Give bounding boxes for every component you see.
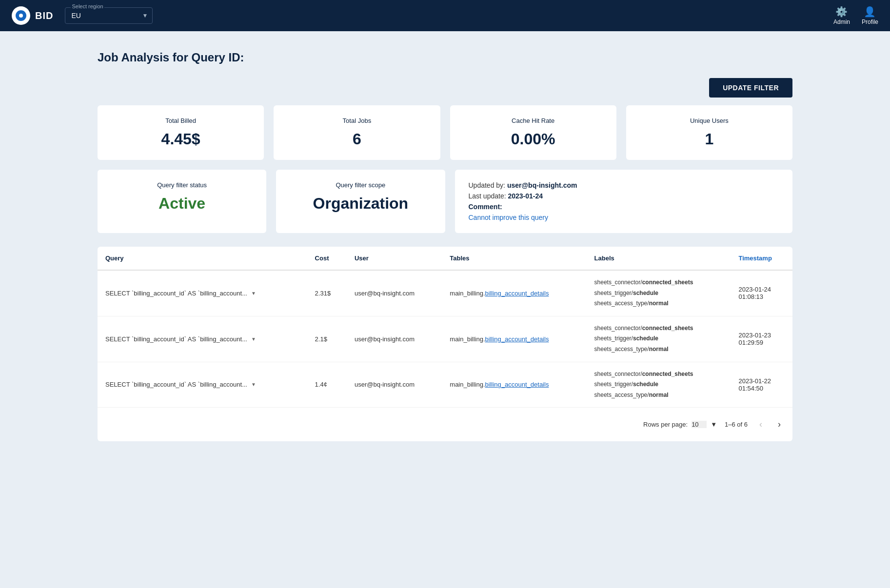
- rows-per-page-label: Rows per page:: [643, 421, 688, 428]
- col-header-cost: Cost: [307, 247, 347, 270]
- comment-value-line: Cannot improve this query: [469, 214, 779, 221]
- navbar: BID Select region EU US APAC ▼ ⚙️ Admin …: [0, 0, 890, 31]
- update-filter-button[interactable]: UPDATE FILTER: [709, 78, 792, 98]
- table-link[interactable]: billing_account_details: [485, 381, 549, 388]
- expand-icon[interactable]: ▼: [251, 382, 256, 387]
- query-table: Query Cost User Tables Labels Timestamp …: [98, 247, 792, 408]
- updated-by-value: user@bq-insight.com: [507, 181, 577, 189]
- page-title: Job Analysis for Query ID:: [98, 51, 792, 64]
- tables-cell: main_billing.billing_account_details: [442, 316, 586, 362]
- stat-label-unique-users: Unique Users: [638, 117, 781, 124]
- table-header: Query Cost User Tables Labels Timestamp: [98, 247, 792, 270]
- table-row: SELECT `billing_account_id` AS `billing_…: [98, 362, 792, 408]
- tables-cell: main_billing.billing_account_details: [442, 362, 586, 408]
- labels-cell: sheets_connector/connected_sheets sheets…: [587, 316, 731, 362]
- pagination-prev-button[interactable]: ‹: [755, 417, 766, 431]
- update-info-card: Updated by: user@bq-insight.com Last upd…: [455, 170, 793, 233]
- table-link[interactable]: billing_account_details: [485, 335, 549, 343]
- filter-status-label: Query filter status: [109, 181, 255, 189]
- query-cell: SELECT `billing_account_id` AS `billing_…: [98, 316, 307, 362]
- navbar-left: BID Select region EU US APAC ▼: [12, 6, 153, 25]
- updated-by-line: Updated by: user@bq-insight.com: [469, 181, 779, 189]
- logo-dot: [19, 14, 23, 18]
- query-text: SELECT `billing_account_id` AS `billing_…: [105, 290, 247, 297]
- rows-per-page-control: Rows per page: 10 25 50 ▼: [643, 421, 717, 428]
- filter-scope-value: Organization: [288, 195, 433, 213]
- pagination-next-button[interactable]: ›: [774, 417, 785, 431]
- table-row: SELECT `billing_account_id` AS `billing_…: [98, 316, 792, 362]
- logo-text: BID: [35, 10, 53, 21]
- filter-scope-card: Query filter scope Organization: [276, 170, 445, 233]
- stat-label-total-jobs: Total Jobs: [285, 117, 428, 124]
- profile-icon: 👤: [864, 6, 876, 18]
- query-text: SELECT `billing_account_id` AS `billing_…: [105, 335, 247, 343]
- table-prefix: main_billing.: [450, 335, 485, 343]
- stat-label-total-billed: Total Billed: [109, 117, 252, 124]
- col-header-tables: Tables: [442, 247, 586, 270]
- table-prefix: main_billing.: [450, 290, 485, 297]
- last-update-line: Last update: 2023-01-24: [469, 192, 779, 200]
- admin-label: Admin: [833, 19, 850, 25]
- rows-per-page-select[interactable]: 10 25 50: [692, 421, 707, 428]
- cost-cell: 2.1$: [307, 316, 347, 362]
- chevron-down-icon: ▼: [711, 421, 717, 428]
- cost-cell: 1.4¢: [307, 362, 347, 408]
- admin-nav-item[interactable]: ⚙️ Admin: [833, 6, 850, 25]
- comment-value: Cannot improve this query: [469, 214, 548, 221]
- tables-cell: main_billing.billing_account_details: [442, 270, 586, 316]
- user-cell: user@bq-insight.com: [347, 316, 442, 362]
- updated-by-label: Updated by:: [469, 181, 507, 189]
- main-content: Job Analysis for Query ID: UPDATE FILTER…: [0, 31, 890, 461]
- pagination: Rows per page: 10 25 50 ▼ 1–6 of 6 ‹ ›: [98, 408, 792, 441]
- col-header-user: User: [347, 247, 442, 270]
- stat-card-total-jobs: Total Jobs 6: [274, 105, 440, 160]
- cost-cell: 2.31$: [307, 270, 347, 316]
- stat-card-unique-users: Unique Users 1: [626, 105, 792, 160]
- stat-value-total-jobs: 6: [285, 130, 428, 148]
- timestamp-cell: 2023-01-2201:54:50: [731, 362, 792, 408]
- comment-label: Comment:: [469, 203, 502, 211]
- logo-inner: [16, 10, 26, 21]
- user-cell: user@bq-insight.com: [347, 362, 442, 408]
- profile-label: Profile: [862, 19, 878, 25]
- stat-value-total-billed: 4.45$: [109, 130, 252, 148]
- filter-status-card: Query filter status Active: [98, 170, 266, 233]
- filter-scope-label: Query filter scope: [288, 181, 433, 189]
- expand-icon[interactable]: ▼: [251, 291, 256, 296]
- query-text: SELECT `billing_account_id` AS `billing_…: [105, 381, 247, 388]
- table-row: SELECT `billing_account_id` AS `billing_…: [98, 270, 792, 316]
- stat-value-cache-hit-rate: 0.00%: [462, 130, 605, 148]
- filter-status-value: Active: [109, 195, 255, 213]
- labels-cell: sheets_connector/connected_sheets sheets…: [587, 270, 731, 316]
- table-link[interactable]: billing_account_details: [485, 290, 549, 297]
- admin-icon: ⚙️: [835, 6, 848, 18]
- timestamp-cell: 2023-01-2401:08:13: [731, 270, 792, 316]
- last-update-value: 2023-01-24: [508, 192, 543, 200]
- update-filter-row: UPDATE FILTER: [98, 78, 792, 98]
- query-cell: SELECT `billing_account_id` AS `billing_…: [98, 270, 307, 316]
- table-prefix: main_billing.: [450, 381, 485, 388]
- expand-icon[interactable]: ▼: [251, 336, 256, 342]
- region-select-wrapper: Select region EU US APAC ▼: [65, 7, 153, 24]
- stat-card-cache-hit-rate: Cache Hit Rate 0.00%: [450, 105, 616, 160]
- query-table-container: Query Cost User Tables Labels Timestamp …: [98, 247, 792, 441]
- stat-label-cache-hit-rate: Cache Hit Rate: [462, 117, 605, 124]
- logo-circle: [12, 6, 30, 25]
- col-header-timestamp: Timestamp: [731, 247, 792, 270]
- timestamp-cell: 2023-01-2301:29:59: [731, 316, 792, 362]
- stat-cards: Total Billed 4.45$ Total Jobs 6 Cache Hi…: [98, 105, 792, 160]
- query-cell: SELECT `billing_account_id` AS `billing_…: [98, 362, 307, 408]
- region-label: Select region: [71, 3, 104, 9]
- pagination-range: 1–6 of 6: [725, 421, 748, 428]
- stat-value-unique-users: 1: [638, 130, 781, 148]
- region-select[interactable]: EU US APAC: [65, 7, 153, 24]
- last-update-label: Last update:: [469, 192, 508, 200]
- navbar-right: ⚙️ Admin 👤 Profile: [833, 6, 878, 25]
- user-cell: user@bq-insight.com: [347, 270, 442, 316]
- profile-nav-item[interactable]: 👤 Profile: [862, 6, 878, 25]
- labels-cell: sheets_connector/connected_sheets sheets…: [587, 362, 731, 408]
- stat-card-total-billed: Total Billed 4.45$: [98, 105, 264, 160]
- info-row: Query filter status Active Query filter …: [98, 170, 792, 233]
- table-body: SELECT `billing_account_id` AS `billing_…: [98, 270, 792, 408]
- comment-label-line: Comment:: [469, 203, 779, 211]
